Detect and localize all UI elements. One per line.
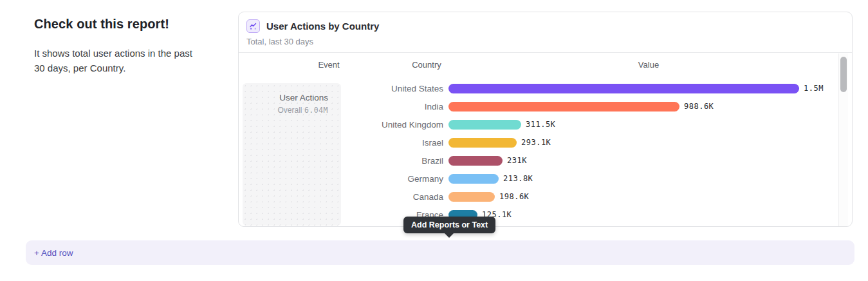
value-label: 231K	[507, 156, 527, 165]
report-subtitle: Total, last 30 days	[246, 37, 843, 46]
country-label: United States	[239, 84, 443, 93]
page-title: Check out this report!	[34, 17, 195, 32]
table-row[interactable]: Israel293.1K	[239, 133, 838, 151]
add-row-button[interactable]: + Add row	[26, 240, 854, 265]
value-bar[interactable]	[448, 156, 503, 166]
column-header-country: Country	[412, 60, 441, 70]
value-label: 213.8K	[503, 174, 533, 183]
scrollbar-thumb[interactable]	[840, 57, 847, 92]
value-label: 311.5K	[526, 120, 555, 129]
value-bar[interactable]	[448, 192, 495, 202]
report-card-header: User Actions by Country Total, last 30 d…	[239, 12, 852, 53]
country-label: United Kingdom	[239, 120, 443, 130]
country-label: Germany	[239, 174, 443, 184]
value-bar[interactable]	[448, 174, 499, 184]
table-row[interactable]: France125.1K	[239, 206, 838, 224]
bar-rows: United States1.5MIndia988.6KUnited Kingd…	[239, 79, 838, 224]
scrollbar-track[interactable]	[838, 53, 848, 226]
intro-text-block: Check out this report! It shows total us…	[34, 17, 195, 75]
add-row-label: + Add row	[34, 248, 73, 258]
line-chart-icon	[246, 19, 260, 33]
bar-chart: Event Country Value User Actions Overall…	[239, 53, 852, 227]
country-label: Israel	[239, 138, 443, 148]
table-row[interactable]: India988.6K	[239, 97, 838, 115]
report-card[interactable]: User Actions by Country Total, last 30 d…	[238, 12, 853, 227]
value-bar[interactable]	[448, 120, 521, 130]
value-bar[interactable]	[448, 84, 799, 93]
table-row[interactable]: Canada198.6K	[239, 188, 838, 206]
value-label: 293.1K	[521, 138, 551, 147]
value-label: 1.5M	[804, 84, 824, 93]
table-row[interactable]: United Kingdom311.5K	[239, 115, 838, 133]
country-label: Brazil	[239, 156, 443, 166]
tooltip-caret-icon	[444, 233, 454, 238]
value-label: 198.6K	[499, 192, 529, 201]
value-bar[interactable]	[448, 138, 517, 148]
table-row[interactable]: United States1.5M	[239, 79, 838, 97]
add-reports-tooltip: Add Reports or Text	[403, 217, 495, 233]
table-row[interactable]: Brazil231K	[239, 151, 838, 170]
column-header-value: Value	[638, 60, 659, 70]
country-label: India	[239, 102, 443, 111]
value-label: 988.6K	[684, 102, 714, 111]
column-header-event: Event	[318, 60, 339, 70]
report-title: User Actions by Country	[266, 21, 379, 32]
country-label: Canada	[239, 192, 443, 202]
tooltip-label: Add Reports or Text	[411, 220, 488, 229]
table-row[interactable]: Germany213.8K	[239, 170, 838, 188]
value-bar[interactable]	[448, 102, 679, 111]
page-description: It shows total user actions in the past …	[34, 46, 195, 75]
